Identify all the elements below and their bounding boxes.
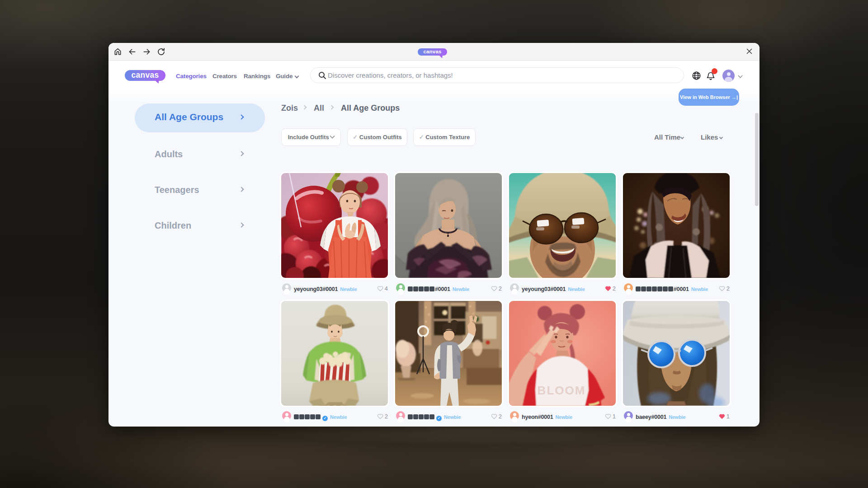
svg-text:BLOOM: BLOOM xyxy=(538,384,586,397)
